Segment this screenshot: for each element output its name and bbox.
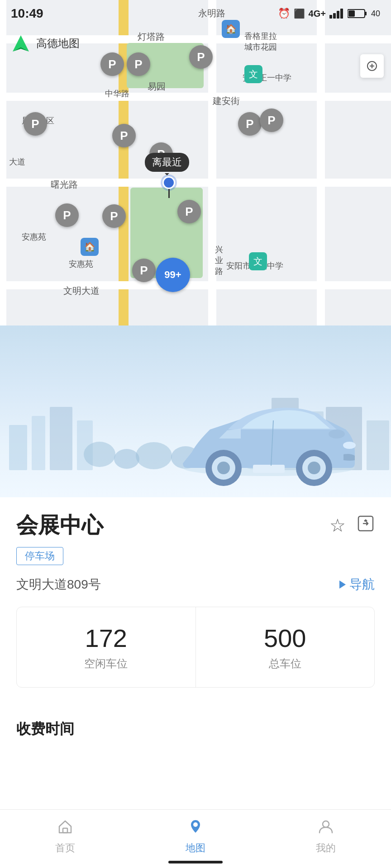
bottom-nav: 首页 地图 我的 bbox=[0, 809, 391, 868]
svg-point-37 bbox=[193, 822, 198, 827]
battery-label: 40 bbox=[371, 9, 380, 19]
svg-point-30 bbox=[308, 462, 320, 474]
poi-anhuiyuan: 🏠 bbox=[81, 238, 99, 256]
svg-rect-6 bbox=[340, 9, 343, 19]
road-h2 bbox=[0, 93, 391, 101]
nav-arrow-icon bbox=[339, 580, 346, 589]
label-anhuiyuan1: 安惠苑 bbox=[22, 231, 46, 242]
place-title: 会展中心 bbox=[16, 511, 103, 540]
home-indicator bbox=[168, 861, 223, 863]
header-actions: ☆ bbox=[329, 514, 375, 537]
amap-label: 高德地图 bbox=[36, 36, 80, 51]
car-illustration bbox=[174, 380, 364, 493]
parking-11[interactable]: P bbox=[132, 259, 156, 282]
nav-label-profile: 我的 bbox=[316, 841, 336, 855]
nav-label-map: 地图 bbox=[186, 841, 205, 855]
stat-total-spaces: 500 总车位 bbox=[196, 607, 375, 687]
status-time: 10:49 bbox=[11, 6, 43, 21]
road-label-shuguang: 曙光路 bbox=[51, 179, 78, 191]
nav-item-map[interactable]: 地图 bbox=[130, 818, 261, 859]
svg-rect-5 bbox=[337, 11, 339, 19]
label-anhuiyuan2: 安惠苑 bbox=[69, 259, 93, 269]
address-text: 文明大道809号 bbox=[16, 576, 101, 593]
svg-rect-9 bbox=[348, 10, 355, 17]
place-header: 会展中心 ☆ bbox=[16, 511, 375, 540]
location-marker: 离最近 bbox=[158, 176, 175, 198]
status-icons: ⏰ ⬛ 4G+ 40 bbox=[278, 8, 380, 19]
label-yiyuan: 易园 bbox=[148, 80, 166, 93]
nav-item-home[interactable]: 首页 bbox=[0, 818, 130, 859]
svg-point-34 bbox=[329, 429, 345, 439]
stat-free-spaces: 172 空闲车位 bbox=[17, 607, 196, 687]
free-spaces-number: 172 bbox=[26, 623, 186, 653]
place-tag: 停车场 bbox=[16, 547, 63, 565]
parking-5[interactable]: P bbox=[112, 124, 136, 147]
road-v3 bbox=[317, 0, 325, 326]
label-shangri: 香格里拉城市花园 bbox=[244, 31, 277, 52]
svg-rect-12 bbox=[50, 407, 72, 470]
road-label-jianan: 建安街 bbox=[213, 95, 240, 107]
road-h4 bbox=[0, 281, 391, 289]
map-icon bbox=[187, 818, 204, 839]
svg-point-27 bbox=[217, 462, 230, 474]
navigation-button[interactable]: 导航 bbox=[339, 576, 375, 593]
svg-point-31 bbox=[343, 442, 356, 449]
svg-rect-3 bbox=[329, 15, 332, 19]
parking-9[interactable]: P bbox=[55, 203, 79, 227]
road-label-dengta: 灯塔路 bbox=[138, 31, 165, 43]
svg-point-18 bbox=[84, 442, 115, 467]
svg-point-20 bbox=[136, 442, 172, 469]
nav-item-profile[interactable]: 我的 bbox=[261, 818, 391, 859]
parking-8[interactable]: P bbox=[260, 108, 283, 132]
address-row: 文明大道809号 导航 bbox=[16, 576, 375, 593]
parking-4[interactable]: P bbox=[24, 112, 47, 136]
amap-logo: 高德地图 bbox=[9, 32, 80, 55]
fee-section-title: 收费时间 bbox=[0, 712, 391, 746]
svg-point-19 bbox=[114, 449, 139, 469]
bookmark-icon[interactable]: ☆ bbox=[329, 515, 346, 536]
battery-icon bbox=[348, 9, 367, 19]
parking-selected[interactable]: P bbox=[177, 200, 201, 223]
parking-3[interactable]: P bbox=[189, 45, 213, 69]
svg-point-38 bbox=[323, 821, 329, 827]
road-label-zhonghua: 中华路 bbox=[105, 88, 129, 99]
road-left-edge bbox=[0, 0, 6, 326]
hero-image bbox=[0, 326, 391, 497]
detail-panel: 会展中心 ☆ 停车场 文明大道809号 bbox=[0, 326, 391, 805]
nav-label: 导航 bbox=[349, 576, 375, 593]
label-xingye: 兴业路 bbox=[215, 244, 223, 277]
total-spaces-number: 500 bbox=[205, 623, 366, 653]
tag-row: 停车场 bbox=[16, 547, 375, 565]
free-spaces-label: 空闲车位 bbox=[26, 656, 186, 671]
status-bar: 10:49 ⏰ ⬛ 4G+ 40 bbox=[0, 0, 391, 27]
poi-school2: 文 bbox=[249, 252, 267, 270]
parking-10[interactable]: P bbox=[102, 204, 126, 228]
parking-1[interactable]: P bbox=[100, 52, 124, 76]
share-icon[interactable] bbox=[357, 514, 375, 537]
poi-school1: 文 bbox=[244, 65, 262, 83]
svg-rect-11 bbox=[32, 416, 45, 470]
home-icon bbox=[57, 818, 73, 839]
road-label-wenming: 文明大道 bbox=[63, 285, 100, 297]
svg-rect-8 bbox=[365, 12, 367, 15]
svg-rect-4 bbox=[333, 13, 336, 19]
network-label: 4G+ bbox=[309, 9, 326, 19]
label-dadao: 大道 bbox=[9, 156, 25, 167]
map-view[interactable]: 灯塔路 永明路 建安街 曙光路 文明大道 中华路 易园 晨曦小区 安惠苑 安惠苑… bbox=[0, 0, 391, 326]
nfc-icon: ⬛ bbox=[294, 8, 305, 19]
parking-7[interactable]: P bbox=[238, 112, 262, 136]
alarm-icon: ⏰ bbox=[278, 8, 290, 19]
user-icon bbox=[318, 818, 334, 839]
total-spaces-label: 总车位 bbox=[205, 656, 366, 671]
info-section: 会展中心 ☆ 停车场 文明大道809号 bbox=[0, 497, 391, 712]
nearest-tooltip: 离最近 bbox=[145, 153, 189, 172]
parking-badge-99[interactable]: 99+ bbox=[156, 258, 190, 292]
svg-rect-17 bbox=[367, 420, 389, 470]
svg-rect-10 bbox=[9, 425, 27, 470]
svg-rect-36 bbox=[63, 828, 67, 833]
stats-card: 172 空闲车位 500 总车位 bbox=[16, 607, 375, 688]
svg-rect-32 bbox=[253, 465, 285, 473]
nav-label-home: 首页 bbox=[55, 841, 75, 855]
map-control-zoom[interactable] bbox=[360, 54, 384, 78]
parking-2[interactable]: P bbox=[127, 52, 150, 76]
